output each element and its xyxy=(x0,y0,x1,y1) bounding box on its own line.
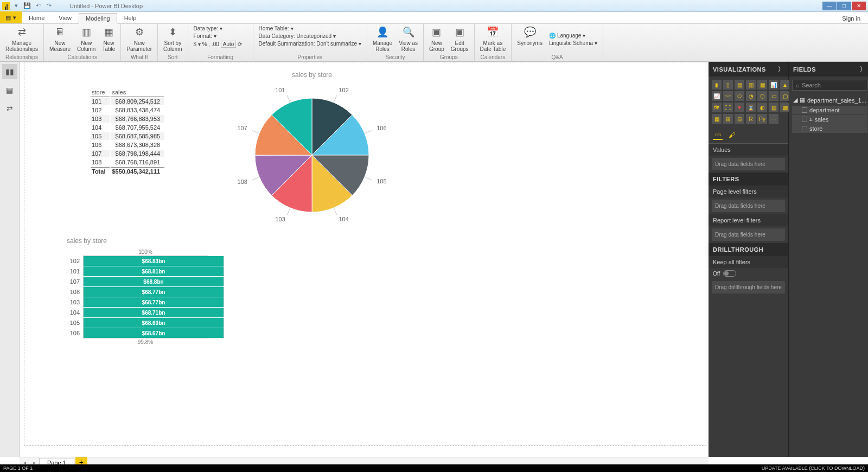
viz-type-icon[interactable]: ▭ xyxy=(769,91,778,101)
maximize-button[interactable]: □ xyxy=(837,2,851,10)
language-dropdown[interactable]: 🌐 Language ▾ xyxy=(547,32,599,39)
viz-type-icon[interactable]: ▤ xyxy=(735,80,744,90)
report-canvas[interactable]: store sales 101$68,809,254,512102$68,833… xyxy=(24,62,706,446)
viz-type-icon[interactable]: ▥ xyxy=(746,80,756,90)
checkbox[interactable] xyxy=(802,107,807,113)
viz-type-icon[interactable]: ◐ xyxy=(757,103,767,112)
table-row[interactable]: 104$68,707,955,524 xyxy=(91,124,164,131)
data-type-dropdown[interactable]: Data type: ▾ xyxy=(192,25,250,32)
viz-type-icon[interactable]: ⛶ xyxy=(723,103,733,112)
undo-icon[interactable]: ↶ xyxy=(34,2,42,10)
col-sales[interactable]: sales xyxy=(111,88,164,97)
tab-modeling[interactable]: Modeling xyxy=(79,13,117,24)
data-view-icon[interactable]: ▦ xyxy=(2,82,17,98)
tab-home[interactable]: Home xyxy=(22,12,52,23)
viz-type-icon[interactable]: ▧ xyxy=(769,103,778,112)
funnel-row[interactable]: 107$68.8bn xyxy=(67,277,224,286)
table-row[interactable]: 108$68,768,716,891 xyxy=(91,158,164,166)
manage-relationships-button[interactable]: ⇄Manage Relationships xyxy=(3,25,40,54)
viz-type-icon[interactable]: ▦ xyxy=(712,114,722,124)
qat-dropdown-icon[interactable]: ▾ xyxy=(12,2,21,10)
viz-type-icon[interactable]: 📊 xyxy=(769,80,778,90)
pie-visual[interactable]: sales by store 102106105104103108107101 xyxy=(214,71,410,223)
table-row[interactable]: 106$68,673,308,328 xyxy=(91,141,164,149)
table-node[interactable]: ◢▦department_sales_1... xyxy=(792,95,867,105)
viz-type-icon[interactable]: ⊟ xyxy=(735,114,744,124)
viz-type-icon[interactable]: Py xyxy=(757,114,767,124)
table-row[interactable]: 105$68,687,585,985 xyxy=(91,132,164,140)
fields-search-input[interactable]: ⌕Search xyxy=(792,80,867,91)
new-group-button[interactable]: ▣New Group xyxy=(427,25,446,54)
sign-in-link[interactable]: Sign in xyxy=(834,14,868,23)
file-tab[interactable]: ▤▾ xyxy=(0,11,22,23)
new-parameter-button[interactable]: ⚙New Parameter xyxy=(124,25,154,54)
page-filters-dropzone[interactable]: Drag data fields here xyxy=(712,200,785,212)
checkbox[interactable] xyxy=(802,117,807,122)
funnel-row[interactable]: 102$68.83bn xyxy=(67,256,224,266)
viz-type-icon[interactable]: ⬭ xyxy=(735,91,744,101)
fields-header[interactable]: FIELDS〉 xyxy=(789,62,868,76)
viz-type-icon[interactable]: 🔻 xyxy=(735,103,744,112)
report-view-icon[interactable]: ▮▮ xyxy=(2,64,17,79)
sort-by-column-button[interactable]: ⬍Sort by Column xyxy=(161,25,184,54)
edit-groups-button[interactable]: ▣Edit Groups xyxy=(449,25,471,54)
new-measure-button[interactable]: 🖩New Measure xyxy=(47,25,73,54)
number-format-controls[interactable]: $ ▾ % , .00Auto ⟳ xyxy=(192,40,250,48)
col-store[interactable]: store xyxy=(91,88,110,97)
viz-type-icon[interactable]: ⌛ xyxy=(746,103,756,112)
collapse-icon[interactable]: 〉 xyxy=(860,65,866,73)
mark-date-table-button[interactable]: 📅Mark as Date Table xyxy=(478,25,508,54)
new-table-button[interactable]: ▦New Table xyxy=(100,25,117,54)
table-visual[interactable]: store sales 101$68,809,254,512102$68,833… xyxy=(90,87,165,176)
viz-type-icon[interactable]: ⊞ xyxy=(723,114,733,124)
save-icon[interactable]: 💾 xyxy=(23,2,31,10)
field-department[interactable]: department xyxy=(792,106,867,114)
synonyms-button[interactable]: 💬Synonyms xyxy=(515,25,545,54)
funnel-row[interactable]: 105$68.69bn xyxy=(67,318,224,328)
viz-type-icon[interactable]: ⬡ xyxy=(757,91,767,101)
viz-type-icon[interactable]: ▦ xyxy=(757,80,767,90)
fields-tab-icon[interactable]: ▭ xyxy=(713,130,723,140)
collapse-icon[interactable]: 〉 xyxy=(778,65,784,73)
data-category-dropdown[interactable]: Data Category: Uncategorized ▾ xyxy=(257,33,363,40)
format-tab-icon[interactable]: 🖌 xyxy=(727,130,737,140)
table-row[interactable]: 103$68,766,883,953 xyxy=(91,115,164,123)
field-sales[interactable]: Σsales xyxy=(792,115,867,124)
new-column-button[interactable]: ▥New Column xyxy=(75,25,98,54)
values-dropzone[interactable]: Drag data fields here xyxy=(712,158,785,170)
view-as-roles-button[interactable]: 🔍View as Roles xyxy=(397,25,420,54)
linguistic-schema-dropdown[interactable]: Linguistic Schema ▾ xyxy=(547,40,599,47)
viz-type-icon[interactable]: R xyxy=(746,114,756,124)
manage-roles-button[interactable]: 👤Manage Roles xyxy=(371,25,394,54)
funnel-row[interactable]: 103$68.77bn xyxy=(67,297,224,307)
table-row[interactable]: 107$68,798,198,444 xyxy=(91,150,164,157)
model-view-icon[interactable]: ⇄ xyxy=(2,101,17,116)
tab-view[interactable]: View xyxy=(52,12,79,23)
viz-type-icon[interactable]: 📈 xyxy=(712,91,722,101)
redo-icon[interactable]: ↷ xyxy=(44,2,53,10)
viz-type-icon[interactable]: ⋯ xyxy=(769,114,778,124)
funnel-visual[interactable]: sales by store 100% 102$68.83bn101$68.81… xyxy=(67,237,224,345)
default-summarization-dropdown[interactable]: Default Summarization: Don't summarize ▾ xyxy=(257,40,363,47)
update-available-link[interactable]: UPDATE AVAILABLE (CLICK TO DOWNLOAD) xyxy=(762,465,865,471)
home-table-dropdown[interactable]: Home Table: ▾ xyxy=(257,25,363,32)
table-row[interactable]: 101$68,809,254,512 xyxy=(91,98,164,105)
viz-type-icon[interactable]: ▯ xyxy=(723,80,733,90)
table-row[interactable]: 102$68,833,438,474 xyxy=(91,106,164,114)
close-button[interactable]: ✕ xyxy=(852,2,866,10)
field-store[interactable]: store xyxy=(792,124,867,133)
funnel-row[interactable]: 106$68.67bn xyxy=(67,328,224,338)
report-filters-dropzone[interactable]: Drag data fields here xyxy=(712,228,785,241)
tab-help[interactable]: Help xyxy=(117,12,144,23)
checkbox[interactable] xyxy=(802,126,807,131)
drillthrough-dropzone[interactable]: Drag drillthrough fields here xyxy=(712,281,785,294)
viz-type-icon[interactable]: ◔ xyxy=(746,91,756,101)
minimize-button[interactable]: — xyxy=(822,2,837,10)
format-dropdown[interactable]: Format: ▾ xyxy=(192,33,250,40)
funnel-row[interactable]: 101$68.81bn xyxy=(67,266,224,276)
funnel-row[interactable]: 108$68.77bn xyxy=(67,287,224,297)
visualizations-header[interactable]: VISUALIZATIONS〉 xyxy=(709,62,788,76)
keep-filters-toggle[interactable] xyxy=(723,270,736,277)
funnel-row[interactable]: 104$68.71bn xyxy=(67,308,224,317)
viz-type-icon[interactable]: 🗺 xyxy=(712,103,722,112)
